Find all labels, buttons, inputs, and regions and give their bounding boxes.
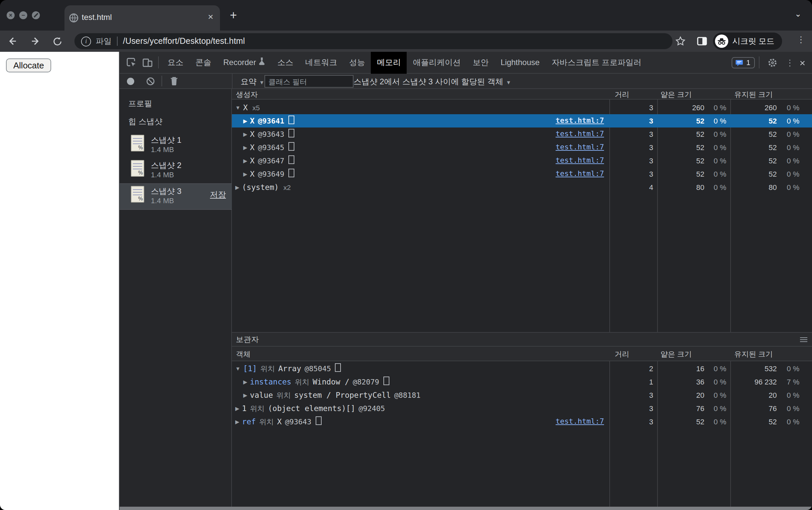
tab-performance[interactable]: 성능 <box>343 52 371 73</box>
retainer-row[interactable]: [1]위치Array@85045 2 16 0 % 532 0 % <box>232 362 812 375</box>
object-box-glyph <box>288 142 294 151</box>
heap-snapshot-icon: % <box>131 135 144 151</box>
constructor-row[interactable]: Xx5 3 260 0 % 260 0 % <box>232 101 812 114</box>
tab-application[interactable]: 애플리케이션 <box>407 52 467 73</box>
constructor-row-selected[interactable]: X@93641 test.html:7 3 52 0 % 52 0 % <box>232 114 812 127</box>
source-link[interactable]: test.html:7 <box>555 415 604 428</box>
snapshot-item-3[interactable]: % 스냅샷 3 1.4 MB 저장 <box>120 183 232 210</box>
constructor-row[interactable]: (system)x2 4 80 0 % 80 0 % <box>232 181 812 194</box>
retainers-menu-icon[interactable] <box>800 337 807 343</box>
site-info-icon[interactable]: i <box>81 36 91 46</box>
globe-favicon-icon <box>69 13 79 23</box>
expand-arrow-icon[interactable] <box>243 392 247 398</box>
expand-arrow-icon[interactable] <box>235 185 239 190</box>
forward-button[interactable] <box>28 34 41 48</box>
incognito-spy-icon <box>715 34 728 48</box>
tab-security[interactable]: 보안 <box>467 52 495 73</box>
distance-column-header[interactable]: 거리 <box>615 90 629 100</box>
allocate-button[interactable]: Allocate <box>6 58 52 72</box>
expand-arrow-icon[interactable] <box>243 379 247 385</box>
heap-grid-pane: 생성자 거리 얕은 크기 유지된 크기 Xx5 3 260 0 % 260 0 … <box>232 89 812 507</box>
experiment-flask-icon <box>259 57 265 67</box>
incognito-badge: 시크릿 모드 <box>713 33 782 50</box>
expand-arrow-icon[interactable] <box>235 419 239 425</box>
retainer-row[interactable]: 1위치(object elements)[]@92405 3 76 0 % 76… <box>232 402 812 415</box>
delete-profile-icon[interactable] <box>170 77 178 86</box>
snapshot-item-1[interactable]: % 스냅샷 1 1.4 MB <box>120 133 232 158</box>
omnibox-divider <box>117 36 118 46</box>
expand-arrow-icon[interactable] <box>235 406 239 412</box>
retainer-row[interactable]: value위치system / PropertyCell@88181 3 20 … <box>232 388 812 402</box>
collapse-arrow-icon[interactable] <box>235 366 240 372</box>
close-window-icon[interactable]: × <box>7 11 14 19</box>
device-toolbar-icon[interactable] <box>140 55 155 70</box>
source-link[interactable]: test.html:7 <box>555 167 604 181</box>
allocation-scope-select[interactable]: 스냅샷 2에서 스냅샷 3 사이에 할당된 객체▼ <box>353 77 511 88</box>
retainers-section-bar[interactable]: 보관자 <box>232 332 812 347</box>
save-snapshot-link[interactable]: 저장 <box>210 189 226 201</box>
settings-gear-icon[interactable] <box>767 57 778 67</box>
expand-arrow-icon[interactable] <box>243 158 247 164</box>
chevron-down-icon: ▼ <box>259 80 264 86</box>
browser-tab[interactable]: test.html × <box>64 5 220 31</box>
tab-lighthouse[interactable]: Lighthouse <box>495 52 546 73</box>
expand-arrow-icon[interactable] <box>243 131 247 138</box>
tab-close-icon[interactable]: × <box>208 11 213 22</box>
heap-snapshot-icon: % <box>131 160 144 177</box>
shallow-size-column-header[interactable]: 얕은 크기 <box>661 349 692 359</box>
url-scheme-chip: 파일 <box>96 35 112 47</box>
record-heap-icon[interactable] <box>127 78 134 85</box>
browser-menu-icon[interactable]: ⋮ <box>797 34 805 44</box>
side-panel-icon[interactable] <box>695 34 708 48</box>
constructor-row[interactable]: X@93645 test.html:7 3 52 0 % 52 0 % <box>232 141 812 154</box>
devtools-close-icon[interactable]: × <box>800 57 805 68</box>
retained-size-column-header[interactable]: 유지된 크기 <box>734 90 773 100</box>
minimize-window-icon[interactable]: − <box>19 11 27 19</box>
bookmark-star-icon[interactable] <box>674 34 687 48</box>
address-bar[interactable]: i 파일 /Users/yceffort/Desktop/test.html <box>75 33 672 49</box>
window-resize-edge[interactable] <box>120 507 812 510</box>
devtools-menu-icon[interactable]: ⋮ <box>785 57 794 67</box>
reload-button[interactable] <box>51 34 64 48</box>
tab-search-chevron-icon[interactable]: ⌄ <box>795 9 801 19</box>
tab-elements[interactable]: 요소 <box>162 52 190 73</box>
profiles-heading: 프로필 <box>128 98 152 110</box>
url-text: /Users/yceffort/Desktop/test.html <box>123 36 245 46</box>
constructor-row[interactable]: X@93647 test.html:7 3 52 0 % 52 0 % <box>232 154 812 167</box>
source-link[interactable]: test.html:7 <box>555 127 604 141</box>
class-filter-input[interactable] <box>264 75 353 88</box>
distance-column-header[interactable]: 거리 <box>615 349 629 359</box>
source-link[interactable]: test.html:7 <box>555 154 604 167</box>
snapshot-item-2[interactable]: % 스냅샷 2 1.4 MB <box>120 158 232 183</box>
source-link[interactable]: test.html:7 <box>555 114 604 127</box>
fullscreen-window-icon[interactable] <box>32 11 40 19</box>
inspect-element-icon[interactable] <box>124 55 140 70</box>
shallow-size-column-header[interactable]: 얕은 크기 <box>661 90 692 100</box>
retainer-row[interactable]: instances위치Window /@82079 1 36 0 % 96 23… <box>232 375 812 388</box>
object-box-glyph <box>335 363 341 372</box>
issues-badge[interactable]: 1 <box>732 57 755 68</box>
expand-arrow-icon[interactable] <box>243 171 247 177</box>
tab-sources[interactable]: 소스 <box>271 52 299 73</box>
issues-bubble-icon <box>735 58 744 67</box>
constructor-row[interactable]: X@93643 test.html:7 3 52 0 % 52 0 % <box>232 127 812 141</box>
tab-console[interactable]: 콘솔 <box>190 52 217 73</box>
expand-arrow-icon[interactable] <box>243 145 247 151</box>
object-column-header[interactable]: 객체 <box>236 349 251 359</box>
retainer-row[interactable]: ref위치X@93643 test.html:7 3 52 0 % 52 0 % <box>232 415 812 428</box>
perspective-select[interactable]: 요약▼ <box>240 77 264 88</box>
constructors-column-header[interactable]: 생성자 <box>236 90 258 100</box>
issues-count: 1 <box>746 58 750 66</box>
back-button[interactable] <box>7 34 20 48</box>
retained-size-column-header[interactable]: 유지된 크기 <box>734 349 773 359</box>
constructor-row[interactable]: X@93649 test.html:7 3 52 0 % 52 0 % <box>232 167 812 181</box>
clear-profiles-icon[interactable] <box>146 77 155 86</box>
collapse-arrow-icon[interactable] <box>235 105 240 111</box>
source-link[interactable]: test.html:7 <box>555 141 604 154</box>
tab-js-profiler[interactable]: 자바스크립트 프로파일러 <box>546 52 647 73</box>
new-tab-button[interactable]: + <box>230 10 237 21</box>
expand-arrow-icon[interactable] <box>243 118 247 124</box>
tab-network[interactable]: 네트워크 <box>299 52 343 73</box>
tab-memory[interactable]: 메모리 <box>371 52 407 73</box>
tab-recorder[interactable]: Recorder <box>217 52 271 73</box>
